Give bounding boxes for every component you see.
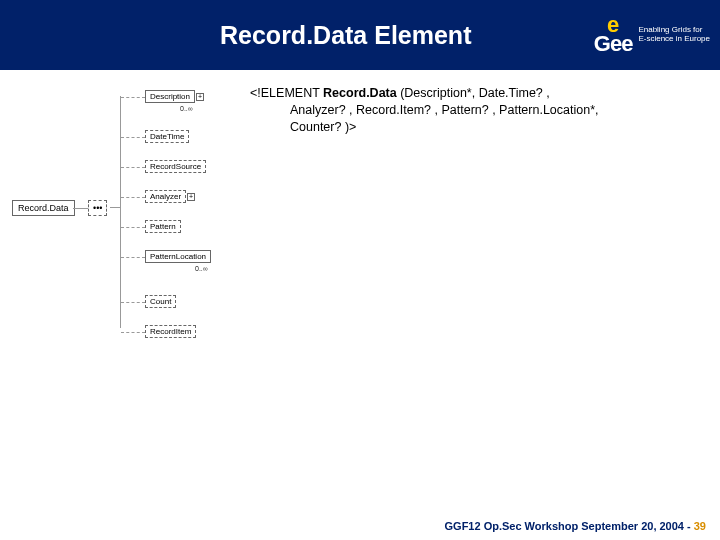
page-number: 39 bbox=[694, 520, 706, 532]
content-area: Record.Data ••• Description + 0..∞ DateT… bbox=[0, 70, 720, 151]
dtd-line3: Counter? )> bbox=[250, 119, 710, 136]
connector-line bbox=[110, 207, 120, 208]
connector-line bbox=[120, 96, 121, 328]
expand-icon: + bbox=[196, 93, 204, 101]
logo-tagline: Enabling Grids for E-science in Europe bbox=[638, 26, 710, 44]
node-label: Analyzer bbox=[150, 192, 181, 201]
node-label: Description bbox=[150, 92, 190, 101]
child-description: Description + bbox=[145, 90, 195, 103]
dtd-line1: <!ELEMENT Record.Data (Description*, Dat… bbox=[250, 85, 710, 102]
dtd-declaration: <!ELEMENT Record.Data (Description*, Dat… bbox=[240, 85, 710, 136]
root-node: Record.Data bbox=[12, 200, 75, 216]
child-patternlocation: PatternLocation bbox=[145, 250, 211, 263]
cardinality-label: 0..∞ bbox=[195, 265, 208, 272]
dtd-open: <!ELEMENT bbox=[250, 86, 323, 100]
cardinality-label: 0..∞ bbox=[180, 105, 193, 112]
child-recorditem: RecordItem bbox=[145, 325, 196, 338]
dtd-element-name: Record.Data bbox=[323, 86, 397, 100]
page-title: Record.Data Element bbox=[220, 21, 471, 50]
child-datetime: DateTime bbox=[145, 130, 189, 143]
child-analyzer: Analyzer + bbox=[145, 190, 186, 203]
child-count: Count bbox=[145, 295, 176, 308]
expand-icon: + bbox=[187, 193, 195, 201]
child-recordsource: RecordSource bbox=[145, 160, 206, 173]
logo-rest: Gee bbox=[594, 35, 633, 54]
child-pattern: Pattern bbox=[145, 220, 181, 233]
footer-text: GGF12 Op.Sec Workshop September 20, 2004… bbox=[445, 520, 694, 532]
logo-mark: e Gee bbox=[594, 16, 633, 53]
footer: GGF12 Op.Sec Workshop September 20, 2004… bbox=[445, 520, 706, 532]
dtd-line2: Analyzer? , Record.Item? , Pattern? , Pa… bbox=[250, 102, 710, 119]
logo-line2: E-science in Europe bbox=[638, 35, 710, 44]
dtd-rest1: (Description*, Date.Time? , bbox=[397, 86, 550, 100]
egee-logo: e Gee Enabling Grids for E-science in Eu… bbox=[594, 16, 710, 53]
header: Record.Data Element e Gee Enabling Grids… bbox=[0, 0, 720, 70]
sequence-icon: ••• bbox=[88, 200, 107, 216]
schema-diagram: Record.Data ••• Description + 0..∞ DateT… bbox=[10, 85, 240, 136]
